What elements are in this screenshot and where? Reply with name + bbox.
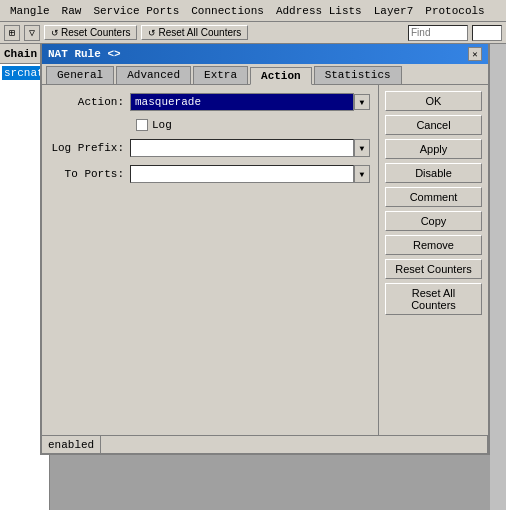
counter-icon: ↺ [51,28,59,38]
menu-address-lists[interactable]: Address Lists [270,4,368,18]
tab-extra[interactable]: Extra [193,66,248,84]
action-label: Action: [50,96,130,108]
action-value: masquerade [135,96,201,108]
menu-service-ports[interactable]: Service Ports [87,4,185,18]
action-select[interactable]: masquerade [130,93,354,111]
tab-action[interactable]: Action [250,67,312,85]
log-prefix-label: Log Prefix: [50,142,130,154]
menu-layer7[interactable]: Layer7 [368,4,420,18]
remove-button[interactable]: Remove [385,235,482,255]
close-button[interactable]: ✕ [468,47,482,61]
menu-mangle[interactable]: Mangle [4,4,56,18]
dialog-content: Action: masquerade ▼ Log Log Prefix: [42,85,488,435]
to-ports-row: To Ports: ▼ [50,165,370,183]
dialog-status-bar: enabled [42,435,488,453]
apply-button[interactable]: Apply [385,139,482,159]
log-checkbox-row: Log [136,119,370,131]
dialog-left-panel: Action: masquerade ▼ Log Log Prefix: [42,85,378,435]
comment-button[interactable]: Comment [385,187,482,207]
menu-bar: Mangle Raw Service Ports Connections Add… [4,4,491,18]
menu-protocols[interactable]: Protocols [419,4,490,18]
disable-button[interactable]: Disable [385,163,482,183]
cancel-button[interactable]: Cancel [385,115,482,135]
to-ports-dropdown[interactable]: ▼ [354,165,370,183]
funnel-icon[interactable]: ▽ [24,25,40,41]
log-checkbox[interactable] [136,119,148,131]
tab-advanced[interactable]: Advanced [116,66,191,84]
find-input[interactable] [408,25,468,41]
reset-all-counters-button[interactable]: ↺ Reset All Counters [141,25,248,40]
reset-counters-dialog-button[interactable]: Reset Counters [385,259,482,279]
menu-raw[interactable]: Raw [56,4,88,18]
log-label: Log [152,119,172,131]
action-dropdown-arrow[interactable]: ▼ [354,94,370,110]
dialog-right-panel: OK Cancel Apply Disable Comment Copy Rem… [378,85,488,435]
chain-column-header: Chain [4,48,37,60]
log-prefix-dropdown[interactable]: ▼ [354,139,370,157]
menu-connections[interactable]: Connections [185,4,270,18]
reset-all-counters-dialog-button[interactable]: Reset All Counters [385,283,482,315]
tab-bar: General Advanced Extra Action Statistics [42,64,488,85]
status-right [101,436,488,453]
reset-counters-button[interactable]: ↺ Reset Counters [44,25,137,40]
ok-button[interactable]: OK [385,91,482,111]
status-enabled: enabled [42,436,101,453]
nat-rule-dialog: NAT Rule <> ✕ General Advanced Extra Act… [40,44,490,455]
filter-icon[interactable]: ⊞ [4,25,20,41]
dialog-titlebar: NAT Rule <> ✕ [42,44,488,64]
to-ports-input[interactable] [130,165,354,183]
log-prefix-input[interactable] [130,139,354,157]
find-value-input[interactable]: all [472,25,502,41]
action-field-row: Action: masquerade ▼ [50,93,370,111]
tab-statistics[interactable]: Statistics [314,66,402,84]
toolbar: Mangle Raw Service Ports Connections Add… [0,0,506,22]
tab-general[interactable]: General [46,66,114,84]
dialog-title: NAT Rule <> [48,48,121,60]
main-area: Chain srcnat NAT Rule <> ✕ General Advan… [0,44,506,510]
copy-button[interactable]: Copy [385,211,482,231]
log-prefix-row: Log Prefix: ▼ [50,139,370,157]
counter-all-icon: ↺ [148,28,156,38]
to-ports-label: To Ports: [50,168,130,180]
scrollbar-area [490,44,506,510]
